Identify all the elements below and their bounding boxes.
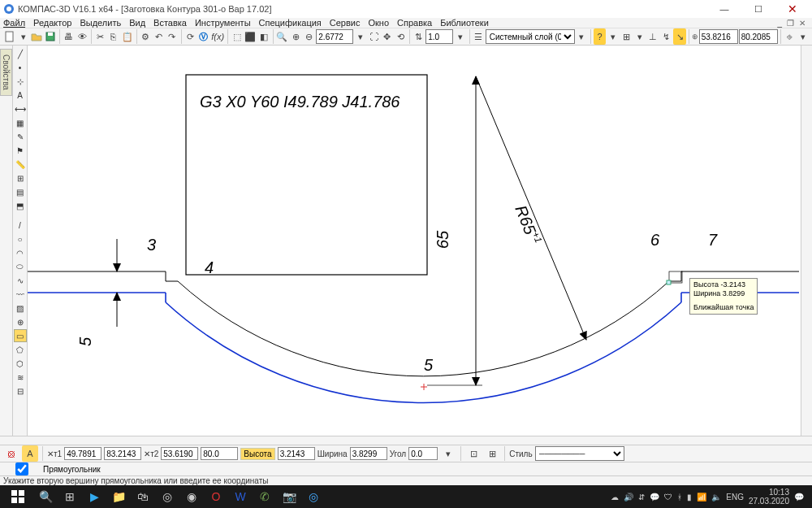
print-button[interactable]: 🖶 xyxy=(63,28,75,45)
stop-button[interactable]: ⦻ xyxy=(3,445,19,462)
t2-x-input[interactable] xyxy=(161,447,198,460)
menu-service[interactable]: Сервис xyxy=(330,18,361,28)
pan-button[interactable]: ✥ xyxy=(381,28,393,45)
menu-file[interactable]: Файл xyxy=(3,18,25,28)
preview-button[interactable]: 👁 xyxy=(76,28,89,45)
open-button[interactable] xyxy=(30,28,43,45)
vertical-scrollbar[interactable] xyxy=(801,46,812,436)
ortho-button[interactable]: ⊥ xyxy=(647,28,659,45)
menu-spec[interactable]: Спецификация xyxy=(259,18,322,28)
start-button[interactable] xyxy=(3,485,32,508)
snap-button[interactable]: ⇅ xyxy=(412,28,425,45)
axis2-tool[interactable]: ⊕ xyxy=(14,315,27,328)
zoom-out-button[interactable]: ⊖ xyxy=(303,28,315,45)
zoom-window-button[interactable]: 🔍 xyxy=(275,28,288,45)
new-dropdown[interactable]: ▾ xyxy=(17,28,29,45)
angle-dropdown[interactable]: ▾ xyxy=(440,445,456,462)
contour-tool[interactable]: ⬡ xyxy=(14,357,27,370)
redo-button[interactable]: ↷ xyxy=(166,28,178,45)
tray-wifi-icon[interactable]: 📶 xyxy=(697,493,706,501)
menu-select[interactable]: Выделить xyxy=(80,18,121,28)
help-dropdown[interactable]: ▾ xyxy=(607,28,619,45)
tool-b-button[interactable]: ⬛ xyxy=(244,28,257,45)
maximize-button[interactable]: ☐ xyxy=(747,0,770,18)
point-tool[interactable]: • xyxy=(14,61,27,74)
ellipse-tool[interactable]: ⬭ xyxy=(14,260,27,273)
tray-notifications-icon[interactable]: 💬 xyxy=(794,493,804,501)
minimize-button[interactable]: — xyxy=(713,0,736,18)
rectangle-tool[interactable]: ▭ xyxy=(14,329,27,342)
center-button[interactable]: ⊞ xyxy=(484,445,500,462)
zoom-input[interactable] xyxy=(316,29,353,44)
properties-button[interactable]: ⚙ xyxy=(139,28,151,45)
coords-button[interactable]: ↘ xyxy=(673,28,685,45)
circle-tool[interactable]: ○ xyxy=(14,232,27,245)
hatch2-tool[interactable]: ▨ xyxy=(14,302,27,315)
word-icon[interactable]: W xyxy=(229,485,252,508)
menu-tools[interactable]: Инструменты xyxy=(195,18,251,28)
search-button[interactable]: 🔍 xyxy=(34,485,57,508)
tray-av-icon[interactable]: 🛡 xyxy=(664,493,672,501)
t1-x-input[interactable] xyxy=(64,447,102,460)
tool-a-button[interactable]: ⬚ xyxy=(231,28,243,45)
coord-x-input[interactable] xyxy=(699,29,738,44)
dim-tool[interactable]: ⟷ xyxy=(14,102,27,115)
undo-button[interactable]: ↶ xyxy=(153,28,165,45)
equid-tool[interactable]: ≋ xyxy=(14,371,27,384)
help-button[interactable]: ? xyxy=(594,28,606,45)
save-button[interactable] xyxy=(44,28,57,45)
menu-libs[interactable]: Библиотеки xyxy=(440,18,489,28)
grid-dropdown[interactable]: ▾ xyxy=(633,28,646,45)
spec-tool[interactable]: ⊞ xyxy=(14,172,27,185)
app1-icon[interactable]: ◎ xyxy=(156,485,179,508)
menu-view[interactable]: Вид xyxy=(129,18,145,28)
zoom-fit-button[interactable]: ⛶ xyxy=(368,28,380,45)
refresh-button[interactable]: ⟳ xyxy=(184,28,196,45)
insert-tool[interactable]: ⬒ xyxy=(14,199,27,212)
zoom-prev-button[interactable]: ⟲ xyxy=(395,28,407,45)
tray-net-icon[interactable]: ⇵ xyxy=(638,493,645,501)
curve-tool[interactable]: 〰 xyxy=(14,288,27,301)
zoom-in-button[interactable]: ⊕ xyxy=(289,28,301,45)
grid-button[interactable]: ⊞ xyxy=(620,28,633,45)
kompas-task-icon[interactable]: ◎ xyxy=(302,485,325,508)
store-icon[interactable]: 🛍 xyxy=(132,485,154,508)
text-tool[interactable]: A xyxy=(14,89,27,102)
copy-button[interactable]: ⎘ xyxy=(107,28,119,45)
report-tool[interactable]: ▤ xyxy=(14,185,27,198)
horizontal-scrollbar[interactable] xyxy=(0,436,812,445)
polygon-tool[interactable]: ⬠ xyxy=(14,343,27,356)
line-tool[interactable]: ╱ xyxy=(14,47,27,60)
tray-bt-icon[interactable]: ᚼ xyxy=(677,493,682,501)
height-input[interactable] xyxy=(278,447,315,460)
cut-button[interactable]: ✂ xyxy=(94,28,106,45)
layer-button[interactable]: ☰ xyxy=(472,28,484,45)
vars-button[interactable]: Ⓥ xyxy=(197,28,209,45)
menu-help[interactable]: Справка xyxy=(397,18,432,28)
measure-tool[interactable]: 📏 xyxy=(14,158,27,171)
rectangle-check-input[interactable] xyxy=(3,462,41,475)
param-tool[interactable]: ⚑ xyxy=(14,144,27,157)
snap2-button[interactable]: ↯ xyxy=(660,28,672,45)
close-button[interactable]: ✕ xyxy=(781,0,804,18)
layer-dropdown[interactable]: ▾ xyxy=(576,28,588,45)
menu-window[interactable]: Окно xyxy=(368,18,389,28)
end-dropdown[interactable]: ▾ xyxy=(797,28,809,45)
width-input[interactable] xyxy=(350,447,387,460)
nocenter-button[interactable]: ⊡ xyxy=(465,445,482,462)
doc-minimize-icon[interactable]: _ xyxy=(777,19,782,28)
opera-icon[interactable]: O xyxy=(205,485,227,508)
menu-editor[interactable]: Редактор xyxy=(33,18,71,28)
viber-icon[interactable]: ✆ xyxy=(253,485,276,508)
new-button[interactable] xyxy=(3,28,16,45)
fx-button[interactable]: f(x) xyxy=(210,28,225,45)
taskview-button[interactable]: ⊞ xyxy=(58,485,81,508)
tray-vol-icon[interactable]: 🔈 xyxy=(711,493,721,501)
scale-input[interactable] xyxy=(425,29,453,44)
doc-restore-icon[interactable]: ❐ xyxy=(787,19,794,28)
zoom-dropdown[interactable]: ▾ xyxy=(354,28,366,45)
hatch-tool[interactable]: ▦ xyxy=(14,116,27,129)
camera-icon[interactable]: 📷 xyxy=(278,485,300,508)
paste-button[interactable]: 📋 xyxy=(121,28,134,45)
rectangle-checkbox[interactable]: Прямоугольник xyxy=(3,462,101,475)
